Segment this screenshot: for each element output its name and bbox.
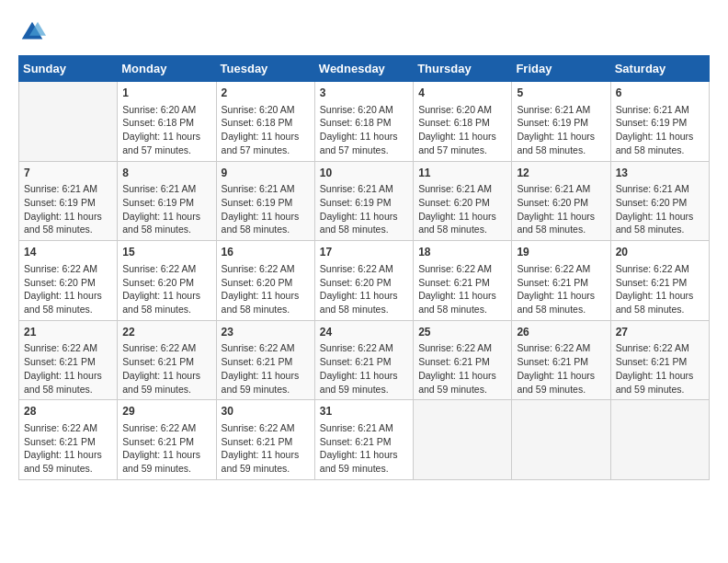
calendar-day-cell: 1Sunrise: 6:20 AM Sunset: 6:18 PM Daylig… <box>118 82 216 162</box>
day-info: Sunrise: 6:22 AM Sunset: 6:21 PM Dayligh… <box>122 421 210 476</box>
day-info: Sunrise: 6:22 AM Sunset: 6:21 PM Dayligh… <box>222 421 310 476</box>
day-info: Sunrise: 6:22 AM Sunset: 6:21 PM Dayligh… <box>24 421 112 476</box>
calendar-day-cell: 13Sunrise: 6:21 AM Sunset: 6:20 PM Dayli… <box>610 161 709 241</box>
calendar-day-cell: 15Sunrise: 6:22 AM Sunset: 6:20 PM Dayli… <box>118 241 216 321</box>
calendar-day-cell: 31Sunrise: 6:21 AM Sunset: 6:21 PM Dayli… <box>314 400 413 480</box>
page-header <box>18 18 710 46</box>
calendar-day-cell: 24Sunrise: 6:22 AM Sunset: 6:21 PM Dayli… <box>314 320 413 400</box>
day-number: 23 <box>222 325 310 340</box>
calendar-day-cell <box>610 400 709 480</box>
day-number: 26 <box>517 325 605 340</box>
day-number: 5 <box>517 86 605 101</box>
day-number: 22 <box>122 325 210 340</box>
day-number: 25 <box>418 325 506 340</box>
calendar-day-cell: 11Sunrise: 6:21 AM Sunset: 6:20 PM Dayli… <box>414 161 512 241</box>
day-number: 1 <box>122 86 210 101</box>
day-info: Sunrise: 6:21 AM Sunset: 6:20 PM Dayligh… <box>616 182 704 236</box>
calendar-day-cell: 23Sunrise: 6:22 AM Sunset: 6:21 PM Dayli… <box>216 320 314 400</box>
calendar-day-cell: 22Sunrise: 6:22 AM Sunset: 6:21 PM Dayli… <box>118 320 216 400</box>
day-number: 6 <box>616 86 704 101</box>
day-info: Sunrise: 6:20 AM Sunset: 6:18 PM Dayligh… <box>418 103 506 157</box>
calendar-day-cell: 29Sunrise: 6:22 AM Sunset: 6:21 PM Dayli… <box>118 400 216 480</box>
day-of-week-header: Wednesday <box>314 56 413 82</box>
calendar-table: SundayMondayTuesdayWednesdayThursdayFrid… <box>18 55 710 480</box>
day-info: Sunrise: 6:22 AM Sunset: 6:21 PM Dayligh… <box>418 262 506 316</box>
day-info: Sunrise: 6:22 AM Sunset: 6:21 PM Dayligh… <box>616 262 704 316</box>
calendar-day-cell <box>414 400 512 480</box>
day-number: 7 <box>24 166 112 181</box>
day-info: Sunrise: 6:22 AM Sunset: 6:20 PM Dayligh… <box>222 262 310 316</box>
day-of-week-header: Tuesday <box>216 56 314 82</box>
day-info: Sunrise: 6:22 AM Sunset: 6:20 PM Dayligh… <box>122 262 210 316</box>
calendar-day-cell: 8Sunrise: 6:21 AM Sunset: 6:19 PM Daylig… <box>118 161 216 241</box>
day-number: 29 <box>122 404 210 419</box>
calendar-day-cell: 18Sunrise: 6:22 AM Sunset: 6:21 PM Dayli… <box>414 241 512 321</box>
day-info: Sunrise: 6:20 AM Sunset: 6:18 PM Dayligh… <box>122 103 210 157</box>
day-info: Sunrise: 6:22 AM Sunset: 6:20 PM Dayligh… <box>24 262 112 316</box>
day-number: 18 <box>418 245 506 260</box>
day-number: 27 <box>616 325 704 340</box>
calendar-day-cell <box>19 82 118 162</box>
calendar-day-cell: 17Sunrise: 6:22 AM Sunset: 6:20 PM Dayli… <box>314 241 413 321</box>
day-info: Sunrise: 6:22 AM Sunset: 6:21 PM Dayligh… <box>517 341 605 396</box>
day-number: 17 <box>320 245 408 260</box>
day-info: Sunrise: 6:21 AM Sunset: 6:19 PM Dayligh… <box>517 103 605 157</box>
calendar-week-row: 28Sunrise: 6:22 AM Sunset: 6:21 PM Dayli… <box>19 400 710 480</box>
day-number: 10 <box>320 166 408 181</box>
day-info: Sunrise: 6:22 AM Sunset: 6:21 PM Dayligh… <box>517 262 605 316</box>
calendar-header: SundayMondayTuesdayWednesdayThursdayFrid… <box>19 56 710 82</box>
day-info: Sunrise: 6:21 AM Sunset: 6:19 PM Dayligh… <box>24 182 112 236</box>
day-number: 24 <box>320 325 408 340</box>
day-info: Sunrise: 6:22 AM Sunset: 6:21 PM Dayligh… <box>222 341 310 396</box>
day-number: 2 <box>222 86 310 101</box>
day-info: Sunrise: 6:21 AM Sunset: 6:20 PM Dayligh… <box>418 182 506 236</box>
logo-icon <box>18 18 46 46</box>
day-info: Sunrise: 6:22 AM Sunset: 6:21 PM Dayligh… <box>320 341 408 396</box>
day-number: 13 <box>616 166 704 181</box>
day-number: 12 <box>517 166 605 181</box>
calendar-day-cell: 21Sunrise: 6:22 AM Sunset: 6:21 PM Dayli… <box>19 320 118 400</box>
calendar-day-cell: 28Sunrise: 6:22 AM Sunset: 6:21 PM Dayli… <box>19 400 118 480</box>
calendar-body: 1Sunrise: 6:20 AM Sunset: 6:18 PM Daylig… <box>19 82 710 480</box>
calendar-day-cell: 2Sunrise: 6:20 AM Sunset: 6:18 PM Daylig… <box>216 82 314 162</box>
calendar-day-cell: 20Sunrise: 6:22 AM Sunset: 6:21 PM Dayli… <box>610 241 709 321</box>
day-number: 16 <box>222 245 310 260</box>
day-number: 3 <box>320 86 408 101</box>
calendar-day-cell: 19Sunrise: 6:22 AM Sunset: 6:21 PM Dayli… <box>512 241 610 321</box>
calendar-day-cell: 30Sunrise: 6:22 AM Sunset: 6:21 PM Dayli… <box>216 400 314 480</box>
day-info: Sunrise: 6:20 AM Sunset: 6:18 PM Dayligh… <box>320 103 408 157</box>
calendar-day-cell: 26Sunrise: 6:22 AM Sunset: 6:21 PM Dayli… <box>512 320 610 400</box>
day-number: 9 <box>222 166 310 181</box>
day-number: 30 <box>222 404 310 419</box>
calendar-day-cell: 12Sunrise: 6:21 AM Sunset: 6:20 PM Dayli… <box>512 161 610 241</box>
day-info: Sunrise: 6:22 AM Sunset: 6:21 PM Dayligh… <box>616 341 704 396</box>
calendar-day-cell: 3Sunrise: 6:20 AM Sunset: 6:18 PM Daylig… <box>314 82 413 162</box>
day-info: Sunrise: 6:22 AM Sunset: 6:20 PM Dayligh… <box>320 262 408 316</box>
calendar-week-row: 14Sunrise: 6:22 AM Sunset: 6:20 PM Dayli… <box>19 241 710 321</box>
day-number: 15 <box>122 245 210 260</box>
calendar-day-cell: 27Sunrise: 6:22 AM Sunset: 6:21 PM Dayli… <box>610 320 709 400</box>
day-number: 11 <box>418 166 506 181</box>
day-info: Sunrise: 6:21 AM Sunset: 6:19 PM Dayligh… <box>222 182 310 236</box>
day-number: 21 <box>24 325 112 340</box>
day-info: Sunrise: 6:21 AM Sunset: 6:21 PM Dayligh… <box>320 421 408 476</box>
calendar-week-row: 1Sunrise: 6:20 AM Sunset: 6:18 PM Daylig… <box>19 82 710 162</box>
day-info: Sunrise: 6:21 AM Sunset: 6:20 PM Dayligh… <box>517 182 605 236</box>
day-of-week-header: Saturday <box>610 56 709 82</box>
calendar-day-cell <box>512 400 610 480</box>
calendar-day-cell: 14Sunrise: 6:22 AM Sunset: 6:20 PM Dayli… <box>19 241 118 321</box>
day-number: 19 <box>517 245 605 260</box>
day-of-week-header: Monday <box>118 56 216 82</box>
day-of-week-header: Sunday <box>19 56 118 82</box>
day-info: Sunrise: 6:22 AM Sunset: 6:21 PM Dayligh… <box>24 341 112 396</box>
day-number: 8 <box>122 166 210 181</box>
day-info: Sunrise: 6:21 AM Sunset: 6:19 PM Dayligh… <box>616 103 704 157</box>
day-number: 20 <box>616 245 704 260</box>
day-info: Sunrise: 6:20 AM Sunset: 6:18 PM Dayligh… <box>222 103 310 157</box>
calendar-week-row: 21Sunrise: 6:22 AM Sunset: 6:21 PM Dayli… <box>19 320 710 400</box>
logo <box>18 18 50 46</box>
day-number: 14 <box>24 245 112 260</box>
day-number: 4 <box>418 86 506 101</box>
day-info: Sunrise: 6:22 AM Sunset: 6:21 PM Dayligh… <box>122 341 210 396</box>
calendar-day-cell: 10Sunrise: 6:21 AM Sunset: 6:19 PM Dayli… <box>314 161 413 241</box>
